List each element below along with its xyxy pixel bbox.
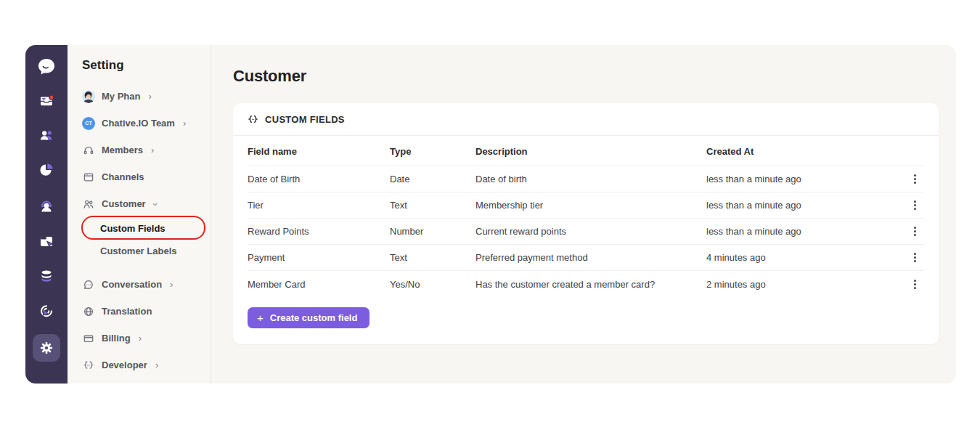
sidebar-item-developer[interactable]: Developer ›	[82, 352, 203, 378]
icon-rail	[25, 45, 68, 384]
sidebar-subitem-label: Customer Labels	[100, 246, 176, 256]
sidebar-subitem-customer-labels[interactable]: Customer Labels	[82, 240, 203, 262]
cell-created-at: less than a minute ago	[706, 226, 904, 237]
cell-created-at: 2 minutes ago	[706, 279, 904, 290]
plus-icon: +	[257, 312, 264, 323]
sidebar-item-chative-team[interactable]: CT Chative.IO Team ›	[82, 110, 203, 137]
chat-bubble-logo-icon	[36, 56, 57, 78]
sidebar-item-label: Developer	[102, 360, 147, 370]
browser-window-icon	[82, 171, 95, 184]
chevron-right-icon: ›	[155, 360, 158, 370]
sidebar-item-label: Customer	[102, 198, 146, 209]
database-icon	[38, 267, 55, 285]
sidebar-item-label: My Phan	[102, 91, 140, 102]
rail-item-chat-logo[interactable]	[36, 56, 57, 78]
pie-chart-icon	[38, 161, 55, 178]
sidebar-item-label: Chative.IO Team	[102, 118, 175, 129]
chevron-right-icon: ›	[148, 91, 151, 102]
card-header: CUSTOM FIELDS	[233, 103, 939, 136]
sidebar-item-label: Channels	[102, 171, 144, 182]
custom-fields-card: CUSTOM FIELDS Field name Type Descriptio…	[233, 103, 939, 344]
button-row: + Create custom field	[233, 297, 939, 344]
team-badge: CT	[82, 117, 95, 130]
rail-item-campaigns[interactable]	[38, 302, 55, 320]
row-actions-kebab-icon[interactable]	[905, 249, 924, 267]
rail-item-automation[interactable]	[38, 233, 55, 251]
sidebar-item-channels[interactable]: Channels	[82, 163, 203, 190]
cell-field-name: Tier	[248, 200, 390, 211]
chat-bubble-icon	[82, 278, 95, 291]
table-header-row: Field name Type Description Created At	[248, 136, 924, 166]
rail-item-inbox[interactable]	[38, 92, 55, 110]
spiral-cursor-icon	[38, 302, 55, 320]
rail-item-data[interactable]	[38, 267, 55, 285]
sidebar-item-label: Members	[102, 145, 143, 155]
sidebar-item-label: Conversation	[102, 279, 162, 290]
column-header-created-at: Created At	[706, 146, 904, 157]
chevron-right-icon: ›	[183, 118, 186, 129]
globe-icon	[82, 305, 95, 318]
braces-icon	[82, 359, 95, 372]
create-custom-field-button[interactable]: + Create custom field	[248, 307, 369, 328]
chevron-down-icon: ›	[150, 203, 160, 206]
cell-description: Preferred payment method	[475, 252, 706, 263]
user-avatar	[82, 90, 95, 103]
agent-headset-icon	[38, 198, 55, 215]
chevron-right-icon: ›	[151, 145, 154, 155]
window-cursor-icon	[38, 233, 55, 251]
cell-created-at: 4 minutes ago	[706, 252, 904, 263]
table-row: Date of Birth Date Date of birth less th…	[248, 166, 924, 192]
row-actions-kebab-icon[interactable]	[905, 223, 924, 240]
rail-item-contacts[interactable]	[38, 126, 55, 144]
sidebar-item-members[interactable]: Members ›	[82, 137, 203, 163]
sidebar-item-billing[interactable]: Billing ›	[82, 325, 203, 352]
inbox-icon	[38, 92, 55, 110]
settings-sidebar: Setting My Phan › CT Chative.IO Team ›	[68, 45, 211, 384]
cell-field-name: Payment	[248, 252, 390, 263]
cell-type: Text	[390, 200, 475, 211]
column-header-description: Description	[475, 146, 706, 157]
sidebar-item-customer[interactable]: Customer ›	[82, 190, 203, 217]
rail-item-settings[interactable]	[33, 334, 60, 362]
create-custom-field-label: Create custom field	[270, 312, 358, 323]
sidebar-title: Setting	[82, 58, 203, 73]
app-window: Setting My Phan › CT Chative.IO Team ›	[25, 45, 956, 384]
rail-item-reports[interactable]	[38, 161, 55, 178]
sidebar-subitem-custom-fields[interactable]: Custom Fields	[82, 217, 203, 240]
table-row: Payment Text Preferred payment method 4 …	[248, 245, 924, 271]
chevron-right-icon: ›	[139, 333, 142, 344]
cell-description: Has the customer created a member card?	[475, 279, 706, 290]
cell-description: Membership tier	[475, 200, 706, 211]
cell-field-name: Reward Points	[248, 226, 390, 237]
row-actions-kebab-icon[interactable]	[905, 197, 924, 214]
page-title: Customer	[233, 67, 939, 86]
sidebar-item-label: Translation	[102, 306, 152, 317]
cell-type: Number	[390, 226, 475, 237]
sidebar-item-translation[interactable]: Translation	[82, 298, 203, 325]
sidebar-item-label: Billing	[102, 333, 131, 344]
people-icon	[82, 198, 95, 211]
sidebar-item-my-phan[interactable]: My Phan ›	[82, 83, 203, 110]
row-actions-kebab-icon[interactable]	[905, 275, 924, 293]
cell-description: Current reward points	[475, 226, 706, 237]
custom-fields-table: Field name Type Description Created At D…	[248, 136, 924, 297]
column-header-type: Type	[390, 146, 475, 157]
sidebar-item-conversation[interactable]: Conversation ›	[82, 271, 203, 298]
table-row: Tier Text Membership tier less than a mi…	[248, 192, 924, 219]
cell-description: Date of birth	[475, 174, 706, 184]
cell-type: Yes/No	[390, 279, 475, 290]
sidebar-subitem-label: Custom Fields	[100, 223, 166, 234]
credit-card-icon	[82, 332, 95, 345]
contacts-icon	[38, 126, 55, 144]
custom-fields-icon	[248, 114, 258, 125]
cell-field-name: Member Card	[248, 279, 390, 290]
headset-icon	[82, 144, 95, 157]
table-row: Member Card Yes/No Has the customer crea…	[248, 271, 924, 297]
cell-field-name: Date of Birth	[248, 174, 390, 184]
table-row: Reward Points Number Current reward poin…	[248, 219, 924, 245]
cell-type: Text	[390, 252, 475, 263]
gear-icon	[38, 340, 54, 356]
cell-created-at: less than a minute ago	[706, 174, 904, 184]
row-actions-kebab-icon[interactable]	[905, 171, 924, 188]
rail-item-live-support[interactable]	[38, 198, 55, 215]
